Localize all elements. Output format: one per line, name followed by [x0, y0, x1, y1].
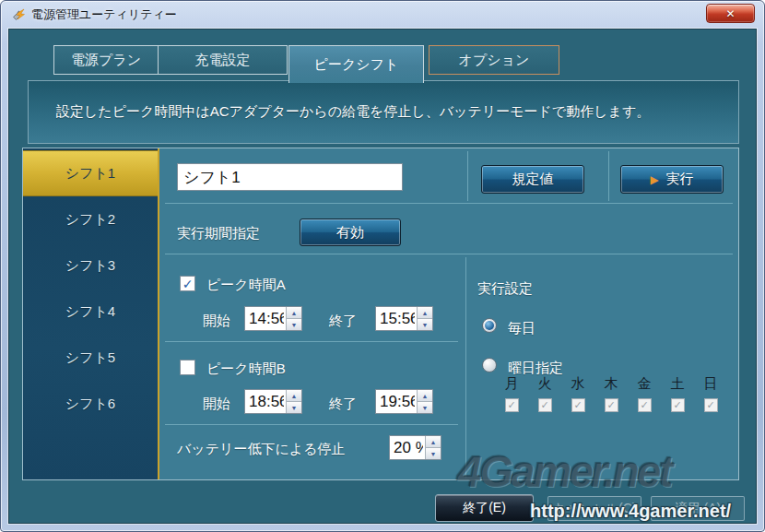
shift-item-label: シフト2 — [65, 211, 115, 229]
tab-options[interactable]: オプション — [429, 45, 559, 75]
spin-up-button[interactable]: ▲ — [287, 390, 301, 401]
day-col-tue: 火 ✓ — [528, 375, 561, 412]
exit-button[interactable]: 終了(E) — [435, 494, 534, 522]
peak-time-b-checkbox[interactable] — [180, 360, 195, 375]
spin-down-button[interactable]: ▼ — [418, 318, 432, 330]
check-icon: ✓ — [507, 399, 515, 411]
tab-power-plan[interactable]: 電源プラン — [53, 45, 159, 75]
tab-charge-settings[interactable]: 充電設定 — [158, 45, 288, 75]
peak-shift-description: 設定したピーク時間中はACアダプターからの給電を停止し、バッテリーモードで動作し… — [28, 80, 739, 144]
app-window: 電源管理ユーティリティー ✕ 電源プラン 充電設定 ピークシフト オプション 設… — [0, 0, 765, 532]
spin-up-button[interactable]: ▲ — [418, 390, 432, 401]
peak-b-start-input[interactable] — [245, 390, 286, 413]
tab-peak-shift[interactable]: ピークシフト — [288, 45, 424, 83]
day-label: 土 — [671, 375, 685, 393]
day-checkbox-sun[interactable]: ✓ — [704, 398, 718, 412]
spin-down-icon: ▼ — [422, 322, 429, 328]
spin-up-icon: ▲ — [422, 393, 429, 399]
separator — [165, 341, 458, 342]
shift-list-item-3[interactable]: シフト3 — [23, 242, 158, 289]
button-label: 実行 — [666, 171, 694, 188]
shift-settings: 規定値 ▶ 実行 実行期間指定 有効 ✓ ピーク時間A — [159, 148, 738, 479]
spin-buttons: ▲ ▼ — [425, 436, 441, 459]
spin-down-button[interactable]: ▼ — [287, 401, 301, 413]
day-checkbox-mon[interactable]: ✓ — [505, 398, 519, 412]
shift-list-item-6[interactable]: シフト6 — [23, 381, 158, 427]
button-label: キャンセル(C) — [552, 501, 636, 517]
run-button[interactable]: ▶ 実行 — [620, 165, 724, 194]
spin-down-icon: ▼ — [430, 451, 437, 457]
period-enabled-button[interactable]: 有効 — [300, 219, 401, 246]
day-col-thu: 木 ✓ — [594, 375, 628, 412]
shift-item-label: シフト1 — [65, 165, 115, 183]
end-label: 終了 — [329, 396, 357, 413]
power-plug-icon — [11, 7, 26, 22]
spin-down-icon: ▼ — [291, 322, 298, 328]
close-button[interactable]: ✕ — [706, 4, 755, 23]
peak-time-a-checkbox[interactable]: ✓ — [180, 276, 195, 291]
peak-a-start-input[interactable] — [245, 307, 286, 330]
check-icon: ✓ — [706, 399, 714, 411]
shift-item-label: シフト6 — [65, 396, 115, 413]
shift-list-item-2[interactable]: シフト2 — [23, 196, 158, 242]
spin-up-icon: ▲ — [291, 393, 298, 399]
day-checkbox-tue[interactable]: ✓ — [538, 398, 552, 412]
separator — [165, 254, 733, 254]
apply-button[interactable]: 適用 (A) — [651, 496, 745, 521]
day-col-sun: 日 ✓ — [694, 375, 727, 412]
day-checkbox-thu[interactable]: ✓ — [605, 398, 618, 412]
check-icon: ✓ — [640, 399, 648, 411]
tab-label: 充電設定 — [195, 52, 251, 69]
window-title: 電源管理ユーティリティー — [31, 6, 177, 23]
day-checkbox-wed[interactable]: ✓ — [571, 398, 585, 412]
peak-b-end-spinner: ▲ ▼ — [375, 389, 433, 414]
daily-label: 毎日 — [508, 320, 536, 337]
battery-stop-label: バッテリー低下による停止 — [177, 441, 345, 458]
daily-radio[interactable] — [482, 318, 497, 333]
separator — [465, 257, 466, 479]
spin-buttons: ▲ ▼ — [286, 390, 301, 413]
shift-item-label: シフト3 — [65, 257, 115, 275]
check-icon: ✓ — [182, 277, 194, 291]
spin-down-icon: ▼ — [291, 405, 298, 411]
spin-down-icon: ▼ — [422, 405, 429, 411]
day-checkbox-fri[interactable]: ✓ — [638, 398, 652, 412]
shift-item-label: シフト4 — [65, 303, 115, 321]
day-label: 日 — [704, 375, 718, 393]
shift-name-input[interactable] — [177, 163, 403, 191]
spin-up-icon: ▲ — [422, 310, 429, 316]
day-label: 火 — [538, 375, 552, 393]
shift-list-item-4[interactable]: シフト4 — [23, 289, 158, 335]
default-values-button[interactable]: 規定値 — [481, 165, 584, 194]
day-label: 月 — [505, 375, 519, 393]
peak-time-b-label: ピーク時間B — [206, 361, 286, 378]
separator — [165, 424, 458, 425]
run-settings-title: 実行設定 — [477, 280, 533, 298]
start-label: 開始 — [203, 396, 230, 413]
day-label: 金 — [638, 375, 652, 393]
spin-down-button[interactable]: ▼ — [418, 401, 432, 413]
check-icon: ✓ — [673, 399, 681, 411]
spin-buttons: ▲ ▼ — [417, 307, 432, 330]
peak-b-end-input[interactable] — [376, 390, 417, 413]
day-label: 水 — [571, 375, 585, 393]
peak-time-a-label: ピーク時間A — [206, 277, 286, 294]
battery-stop-input[interactable] — [390, 436, 425, 459]
spin-up-button[interactable]: ▲ — [426, 436, 441, 447]
day-checkbox-sat[interactable]: ✓ — [671, 398, 685, 412]
separator — [467, 151, 468, 201]
spin-down-button[interactable]: ▼ — [426, 447, 441, 459]
peak-a-end-input[interactable] — [376, 307, 417, 330]
day-label: 木 — [605, 375, 618, 393]
shift-list-item-1[interactable]: シフト1 — [23, 150, 158, 196]
spin-up-button[interactable]: ▲ — [287, 307, 301, 318]
shift-list-item-5[interactable]: シフト5 — [23, 335, 158, 381]
spin-down-button[interactable]: ▼ — [287, 318, 301, 330]
cancel-button[interactable]: キャンセル(C) — [547, 496, 641, 521]
separator — [165, 203, 733, 204]
button-label: 終了(E) — [463, 500, 506, 516]
tab-label: オプション — [459, 52, 530, 69]
weekday-radio[interactable] — [482, 358, 497, 372]
weekday-selector: 月 ✓ 火 ✓ 水 ✓ 木 ✓ — [495, 375, 727, 412]
spin-up-button[interactable]: ▲ — [418, 307, 432, 318]
